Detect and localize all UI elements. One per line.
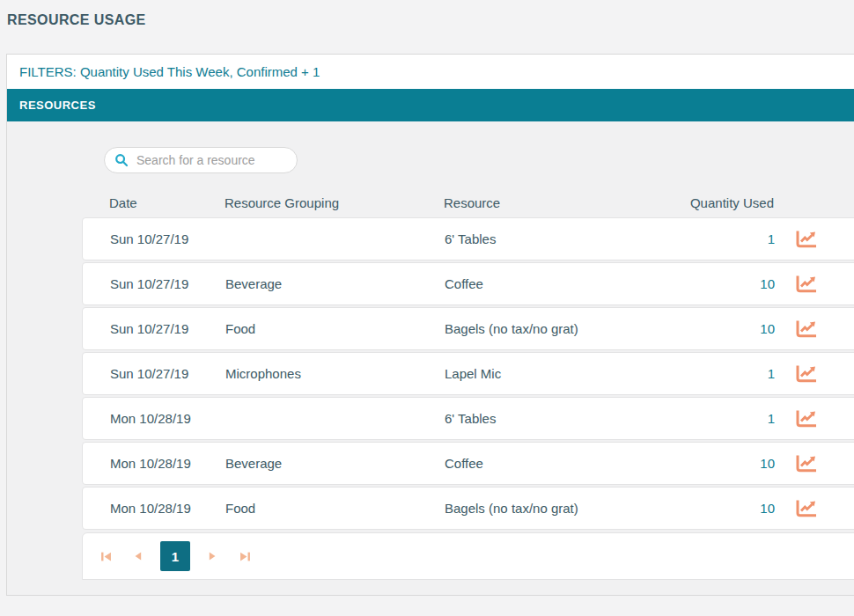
column-header-date: Date bbox=[109, 195, 225, 210]
usage-chart-button[interactable] bbox=[794, 453, 819, 474]
first-page-button[interactable] bbox=[95, 546, 116, 567]
row-date: Sun 10/27/19 bbox=[110, 366, 225, 381]
row-grouping: Food bbox=[225, 321, 445, 336]
row-date: Sun 10/27/19 bbox=[110, 321, 225, 336]
resources-panel: FILTERS: Quantity Used This Week, Confir… bbox=[6, 54, 854, 596]
quantity-used-link[interactable]: 1 bbox=[684, 411, 775, 426]
quantity-used-link[interactable]: 10 bbox=[684, 456, 775, 471]
usage-chart-button[interactable] bbox=[794, 319, 819, 340]
resource-search bbox=[104, 147, 298, 173]
panel-body: Date Resource Grouping Resource Quantity… bbox=[7, 121, 854, 580]
row-resource: Bagels (no tax/no grat) bbox=[445, 501, 684, 516]
table-header-row: Date Resource Grouping Resource Quantity… bbox=[82, 194, 854, 211]
quantity-used-link[interactable]: 10 bbox=[684, 501, 775, 516]
column-header-grouping: Resource Grouping bbox=[225, 195, 444, 210]
row-resource: Lapel Mic bbox=[445, 366, 684, 381]
quantity-used-link[interactable]: 1 bbox=[684, 231, 775, 246]
quantity-used-link[interactable]: 1 bbox=[684, 366, 775, 381]
row-grouping: Beverage bbox=[225, 276, 445, 291]
row-date: Mon 10/28/19 bbox=[110, 456, 225, 471]
table-row: Sun 10/27/19 Beverage Coffee 10 bbox=[82, 262, 854, 305]
quantity-used-link[interactable]: 10 bbox=[684, 276, 775, 291]
row-resource: Coffee bbox=[445, 276, 684, 291]
row-date: Mon 10/28/19 bbox=[110, 411, 225, 426]
quantity-used-link[interactable]: 10 bbox=[684, 321, 775, 336]
filters-bar[interactable]: FILTERS: Quantity Used This Week, Confir… bbox=[7, 55, 854, 89]
pagination: 1 bbox=[82, 532, 854, 580]
row-resource: 6' Tables bbox=[445, 411, 684, 426]
line-chart-icon bbox=[795, 275, 818, 294]
table-row: Sun 10/27/19 6' Tables 1 bbox=[82, 217, 854, 260]
filters-summary[interactable]: FILTERS: Quantity Used This Week, Confir… bbox=[19, 64, 320, 79]
row-resource: Coffee bbox=[445, 456, 684, 471]
table-rows: Sun 10/27/19 6' Tables 1 Sun 10/27/19 Be… bbox=[82, 217, 854, 530]
table-row: Sun 10/27/19 Food Bagels (no tax/no grat… bbox=[82, 307, 854, 350]
line-chart-icon bbox=[795, 230, 818, 249]
usage-chart-button[interactable] bbox=[794, 229, 819, 250]
line-chart-icon bbox=[795, 364, 818, 384]
search-input[interactable] bbox=[104, 147, 298, 173]
current-page-indicator[interactable]: 1 bbox=[160, 541, 190, 571]
line-chart-icon bbox=[795, 499, 818, 518]
row-resource: 6' Tables bbox=[445, 231, 684, 246]
table-row: Mon 10/28/19 Beverage Coffee 10 bbox=[82, 442, 854, 485]
usage-chart-button[interactable] bbox=[794, 408, 819, 429]
next-page-button[interactable] bbox=[202, 546, 223, 567]
row-date: Sun 10/27/19 bbox=[110, 231, 225, 246]
usage-chart-button[interactable] bbox=[794, 363, 819, 385]
page-title: RESOURCE USAGE bbox=[7, 12, 146, 28]
row-date: Sun 10/27/19 bbox=[110, 276, 225, 291]
panel-header: RESOURCES bbox=[7, 89, 854, 121]
usage-chart-button[interactable] bbox=[794, 274, 819, 295]
row-grouping: Microphones bbox=[225, 366, 445, 381]
line-chart-icon bbox=[795, 409, 818, 429]
previous-page-button[interactable] bbox=[128, 546, 149, 567]
table-row: Mon 10/28/19 Food Bagels (no tax/no grat… bbox=[82, 487, 854, 530]
row-grouping: Beverage bbox=[225, 456, 445, 471]
line-chart-icon bbox=[795, 454, 818, 473]
last-page-button[interactable] bbox=[234, 546, 255, 567]
column-header-quantity: Quantity Used bbox=[683, 195, 774, 210]
panel-header-label: RESOURCES bbox=[19, 99, 96, 112]
line-chart-icon bbox=[795, 319, 818, 339]
column-header-resource: Resource bbox=[444, 195, 683, 210]
row-resource: Bagels (no tax/no grat) bbox=[445, 321, 684, 336]
usage-chart-button[interactable] bbox=[794, 498, 819, 519]
row-grouping: Food bbox=[225, 501, 445, 516]
row-date: Mon 10/28/19 bbox=[110, 501, 225, 516]
table-row: Mon 10/28/19 6' Tables 1 bbox=[82, 397, 854, 440]
table-row: Sun 10/27/19 Microphones Lapel Mic 1 bbox=[82, 352, 854, 395]
